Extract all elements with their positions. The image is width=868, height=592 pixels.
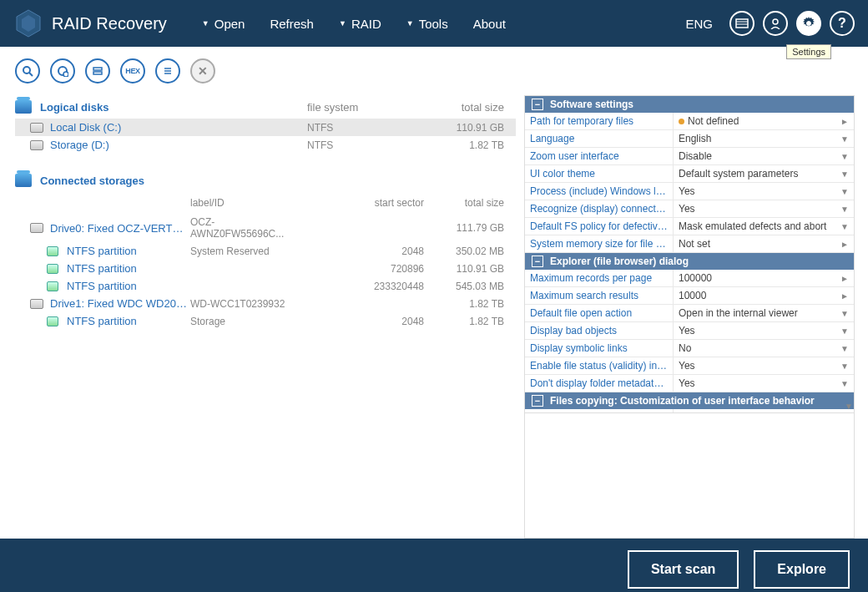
setting-row[interactable]: Default file open action Open in the int… xyxy=(525,305,854,322)
group-collapse-icon[interactable]: − xyxy=(532,99,543,110)
setting-row[interactable]: Maximum search results 10000► xyxy=(525,287,854,305)
setting-row[interactable]: Maximum records per page 100000► xyxy=(525,270,854,287)
setting-value[interactable]: Yes▼ xyxy=(674,357,854,374)
settings-tooltip: Settings xyxy=(786,44,831,59)
setting-value[interactable]: Ask what to do▼ xyxy=(674,409,854,413)
setting-value[interactable]: No▼ xyxy=(674,340,854,357)
menu-raid[interactable]: ▼RAID xyxy=(329,12,391,36)
partition-label: Storage xyxy=(190,316,307,327)
drive-size: 111.79 GB xyxy=(424,222,516,234)
drive-icon xyxy=(30,299,43,309)
setting-row[interactable]: Enable file status (validity) indicati..… xyxy=(525,357,854,375)
hex-icon: HEX xyxy=(125,67,140,75)
setting-value[interactable]: Mask emulated defects and abort▼ xyxy=(674,218,854,235)
tool-list[interactable] xyxy=(155,58,180,83)
setting-value[interactable]: Open in the internal viewer▼ xyxy=(674,305,854,321)
dropdown-arrow-icon: ► xyxy=(840,291,849,301)
setting-label: Recognize (display) connected me... xyxy=(525,200,674,217)
close-icon: ✕ xyxy=(198,64,208,78)
menu-open[interactable]: ▼Open xyxy=(192,12,255,36)
main-menu: ▼Open Refresh ▼RAID ▼Tools About xyxy=(192,12,516,36)
setting-label: Display bad objects xyxy=(525,322,674,339)
setting-value[interactable]: Not set► xyxy=(674,235,854,252)
setting-row[interactable]: Language English▼ xyxy=(525,130,854,148)
disk-fs: NTFS xyxy=(307,122,424,134)
setting-row[interactable]: UI color theme Default system parameters… xyxy=(525,165,854,183)
setting-value[interactable]: Yes▼ xyxy=(674,200,854,217)
tool-scan[interactable] xyxy=(15,58,40,83)
explore-button[interactable]: Explore xyxy=(754,550,850,589)
app-logo-icon xyxy=(13,8,43,38)
setting-row[interactable]: Display symbolic links No▼ xyxy=(525,340,854,357)
tool-raid[interactable] xyxy=(85,58,110,83)
scroll-down-icon[interactable]: ▼ xyxy=(845,402,853,411)
partition-size: 545.03 MB xyxy=(424,281,516,292)
setting-row[interactable]: Zoom user interface Disable▼ xyxy=(525,148,854,165)
logical-disk-row[interactable]: Local Disk (C:) NTFS 110.91 GB xyxy=(15,119,516,136)
help-button[interactable]: ? xyxy=(830,11,855,36)
tool-close[interactable]: ✕ xyxy=(190,58,215,83)
tool-hex[interactable]: HEX xyxy=(120,58,145,83)
window-button[interactable] xyxy=(729,11,754,36)
drive-label: OCZ-AWNZ0FW55696C... xyxy=(190,216,307,240)
header-right: ENG ? Settings xyxy=(685,11,855,36)
setting-label: Maximum search results xyxy=(525,287,674,304)
setting-row[interactable]: Default FS policy for defective blo... M… xyxy=(525,218,854,235)
partition-row[interactable]: NTFS partition 233320448 545.03 MB xyxy=(15,277,516,295)
settings-button[interactable] xyxy=(796,11,821,36)
drive-size: 1.82 TB xyxy=(424,298,516,310)
setting-value[interactable]: English▼ xyxy=(674,130,854,147)
logical-disk-row[interactable]: Storage (D:) NTFS 1.82 TB xyxy=(15,136,516,154)
group-collapse-icon[interactable]: − xyxy=(532,395,543,407)
partition-name: NTFS partition xyxy=(67,315,190,327)
setting-value[interactable]: Not defined► xyxy=(674,113,854,129)
user-button[interactable] xyxy=(763,11,788,36)
setting-value[interactable]: Yes▼ xyxy=(674,322,854,339)
disk-size: 110.91 GB xyxy=(424,122,516,134)
partition-row[interactable]: NTFS partition 720896 110.91 GB xyxy=(15,260,516,277)
footer-bar: Start scan Explore xyxy=(0,539,868,592)
tool-manage[interactable] xyxy=(50,58,75,83)
menu-about[interactable]: About xyxy=(463,12,516,36)
partition-row[interactable]: NTFS partition Storage 2048 1.82 TB xyxy=(15,312,516,330)
drive-row[interactable]: Drive1: Fixed WDC WD20EZRX-00DC0... WD-W… xyxy=(15,295,516,312)
settings-group-header[interactable]: −Software settings xyxy=(525,96,854,113)
disk-name: Storage (D:) xyxy=(50,139,307,151)
settings-group-header[interactable]: −Files copying: Customization of user in… xyxy=(525,392,854,409)
setting-row[interactable]: Display bad objects Yes▼ xyxy=(525,322,854,340)
setting-row[interactable]: Recognize (display) connected me... Yes▼ xyxy=(525,200,854,218)
setting-row[interactable]: Duplicate file conflict action Ask what … xyxy=(525,409,854,413)
menu-refresh[interactable]: Refresh xyxy=(260,12,324,36)
setting-label: Process (include) Windows logical ... xyxy=(525,183,674,200)
setting-row[interactable]: System memory size for file cache... Not… xyxy=(525,235,854,253)
svg-point-6 xyxy=(23,67,30,73)
setting-value[interactable]: 100000► xyxy=(674,270,854,286)
language-selector[interactable]: ENG xyxy=(685,17,713,31)
setting-value[interactable]: 10000► xyxy=(674,287,854,304)
partition-label: System Reserved xyxy=(190,245,307,257)
setting-row[interactable]: Path for temporary files Not defined► xyxy=(525,113,854,130)
partition-name: NTFS partition xyxy=(67,262,190,275)
setting-row[interactable]: Process (include) Windows logical ... Ye… xyxy=(525,183,854,200)
menu-tools[interactable]: ▼Tools xyxy=(396,12,458,36)
setting-label: Maximum records per page xyxy=(525,270,674,286)
dropdown-arrow-icon: ▼ xyxy=(840,187,849,196)
dropdown-arrow-icon: ▼ xyxy=(840,152,849,161)
dropdown-arrow-icon: ▼ xyxy=(840,309,849,318)
dropdown-arrow-icon: ▼ xyxy=(840,326,849,336)
start-scan-button[interactable]: Start scan xyxy=(628,550,739,589)
setting-value[interactable]: Yes▼ xyxy=(674,375,854,392)
setting-value[interactable]: Default system parameters▼ xyxy=(674,165,854,182)
drive-row[interactable]: Drive0: Fixed OCZ-VERTEX3 (ATA) OCZ-AWNZ… xyxy=(15,214,516,242)
setting-label: Path for temporary files xyxy=(525,113,674,129)
partition-icon xyxy=(47,264,58,274)
drive-name: Drive1: Fixed WDC WD20EZRX-00DC0... xyxy=(50,297,190,310)
dropdown-arrow-icon: ► xyxy=(840,274,849,283)
setting-value[interactable]: Yes▼ xyxy=(674,183,854,200)
setting-value[interactable]: Disable▼ xyxy=(674,148,854,164)
partition-row[interactable]: NTFS partition System Reserved 2048 350.… xyxy=(15,242,516,260)
setting-row[interactable]: Don't display folder metadata size Yes▼ xyxy=(525,375,854,392)
partition-size: 350.02 MB xyxy=(424,245,516,257)
settings-group-header[interactable]: −Explorer (file browser) dialog xyxy=(525,253,854,270)
group-collapse-icon[interactable]: − xyxy=(532,256,543,267)
